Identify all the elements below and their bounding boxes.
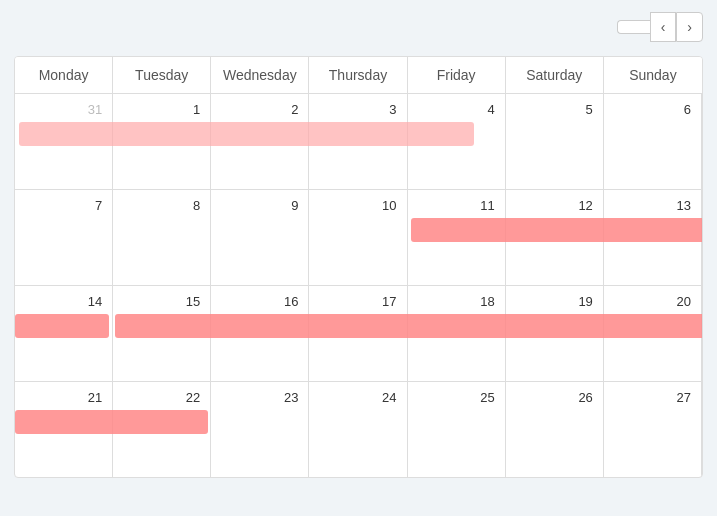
day-cell-15[interactable]: 15 [113, 286, 211, 381]
day-cell-8[interactable]: 8 [113, 190, 211, 285]
day-cell-4[interactable]: 4 [408, 94, 506, 189]
day-number: 21 [15, 388, 106, 405]
calendar-container: ‹ › MondayTuesdayWednesdayThursdayFriday… [0, 0, 717, 478]
day-number: 23 [211, 388, 302, 405]
day-number: 17 [309, 292, 400, 309]
day-cell-9[interactable]: 9 [211, 190, 309, 285]
day-cell-10[interactable]: 10 [309, 190, 407, 285]
calendar-grid: MondayTuesdayWednesdayThursdayFridaySatu… [14, 56, 703, 478]
day-cell-6[interactable]: 6 [604, 94, 702, 189]
day-cell-22[interactable]: 22 [113, 382, 211, 477]
day-number: 1 [113, 100, 204, 117]
week-row-0: 31123456 [15, 94, 702, 190]
day-header-wednesday: Wednesday [211, 57, 309, 93]
day-headers-row: MondayTuesdayWednesdayThursdayFridaySatu… [15, 57, 702, 94]
day-number: 20 [604, 292, 695, 309]
day-header-thursday: Thursday [309, 57, 407, 93]
day-cell-14[interactable]: 14 [15, 286, 113, 381]
day-cell-12[interactable]: 12 [506, 190, 604, 285]
day-number: 5 [506, 100, 597, 117]
day-number: 4 [408, 100, 499, 117]
week-row-2: 14151617181920 [15, 286, 702, 382]
day-header-friday: Friday [408, 57, 506, 93]
day-header-saturday: Saturday [506, 57, 604, 93]
day-cell-24[interactable]: 24 [309, 382, 407, 477]
day-cell-25[interactable]: 25 [408, 382, 506, 477]
day-number: 22 [113, 388, 204, 405]
header-controls: ‹ › [617, 12, 703, 42]
day-number: 31 [15, 100, 106, 117]
day-number: 11 [408, 196, 499, 213]
day-cell-27[interactable]: 27 [604, 382, 702, 477]
day-cell-1[interactable]: 1 [113, 94, 211, 189]
day-cell-7[interactable]: 7 [15, 190, 113, 285]
day-number: 3 [309, 100, 400, 117]
day-number: 10 [309, 196, 400, 213]
day-number: 19 [506, 292, 597, 309]
this-month-button[interactable] [617, 20, 650, 34]
day-number: 8 [113, 196, 204, 213]
day-cell-13[interactable]: 13 [604, 190, 702, 285]
day-number: 27 [604, 388, 695, 405]
day-cell-21[interactable]: 21 [15, 382, 113, 477]
day-number: 15 [113, 292, 204, 309]
day-cell-31[interactable]: 31 [15, 94, 113, 189]
day-number: 24 [309, 388, 400, 405]
day-number: 6 [604, 100, 695, 117]
day-cell-19[interactable]: 19 [506, 286, 604, 381]
day-number: 16 [211, 292, 302, 309]
day-header-sunday: Sunday [604, 57, 702, 93]
prev-month-button[interactable]: ‹ [650, 12, 677, 42]
day-number: 18 [408, 292, 499, 309]
day-number: 9 [211, 196, 302, 213]
week-row-1: 78910111213 [15, 190, 702, 286]
calendar-body: 3112345678910111213141516171819202122232… [15, 94, 702, 477]
next-month-button[interactable]: › [676, 12, 703, 42]
day-cell-16[interactable]: 16 [211, 286, 309, 381]
day-number: 26 [506, 388, 597, 405]
day-cell-3[interactable]: 3 [309, 94, 407, 189]
day-cell-5[interactable]: 5 [506, 94, 604, 189]
day-number: 25 [408, 388, 499, 405]
day-cell-11[interactable]: 11 [408, 190, 506, 285]
day-cell-18[interactable]: 18 [408, 286, 506, 381]
calendar-header: ‹ › [14, 12, 703, 42]
day-header-tuesday: Tuesday [113, 57, 211, 93]
day-cell-17[interactable]: 17 [309, 286, 407, 381]
day-cell-26[interactable]: 26 [506, 382, 604, 477]
day-number: 13 [604, 196, 695, 213]
day-header-monday: Monday [15, 57, 113, 93]
day-number: 14 [15, 292, 106, 309]
day-cell-23[interactable]: 23 [211, 382, 309, 477]
week-row-3: 21222324252627 [15, 382, 702, 477]
day-cell-2[interactable]: 2 [211, 94, 309, 189]
day-number: 2 [211, 100, 302, 117]
day-number: 7 [15, 196, 106, 213]
day-cell-20[interactable]: 20 [604, 286, 702, 381]
day-number: 12 [506, 196, 597, 213]
